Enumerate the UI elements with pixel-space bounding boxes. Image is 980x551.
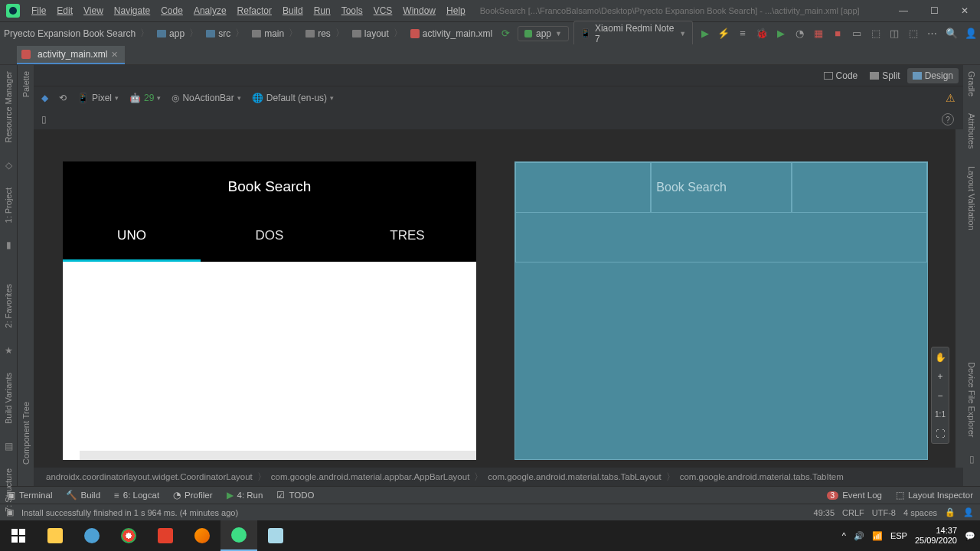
profiler-icon[interactable]: ◔ (792, 25, 808, 42)
menu-navigate[interactable]: Navigate (109, 5, 155, 16)
build-variants-icon[interactable]: ▤ (3, 441, 14, 452)
comp-seg-0[interactable]: androidx.coordinatorlayout.widget.Coordi… (41, 472, 257, 481)
menu-build[interactable]: Build (277, 5, 309, 16)
mode-design-button[interactable]: Design (907, 68, 959, 83)
design-canvas[interactable]: Book Search UNO DOS TRES Book Search (34, 129, 963, 468)
comp-seg-2[interactable]: com.google.android.material.tabs.TabLayo… (483, 472, 665, 481)
tool-event-log[interactable]: 3Event Log (820, 491, 889, 500)
menu-tools[interactable]: Tools (336, 5, 368, 16)
menu-vcs[interactable]: VCS (368, 5, 398, 16)
surface-select-icon[interactable]: ◆ (41, 93, 48, 103)
crumb-app[interactable]: app〉 (153, 27, 202, 40)
favorites-icon[interactable]: ★ (3, 345, 14, 356)
coverage-icon[interactable]: ▶ (773, 25, 789, 42)
menu-code[interactable]: Code (155, 5, 188, 16)
menu-file[interactable]: File (26, 5, 51, 16)
help-icon[interactable]: ? (942, 113, 954, 126)
taskbar-android-studio-icon[interactable] (220, 520, 257, 551)
api-level-dropdown[interactable]: 🤖 29 ▾ (129, 93, 161, 103)
tool-gradle[interactable]: Gradle (967, 71, 976, 96)
zoom-fit-icon[interactable]: ⛶ (931, 424, 949, 443)
orientation-icon[interactable]: ⟲ (59, 93, 67, 103)
status-inspection-icon[interactable]: 👤 (963, 507, 974, 517)
zoom-reset-button[interactable]: 1:1 (931, 405, 949, 424)
tool-build-variants[interactable]: Build Variants (4, 373, 13, 424)
stop-icon[interactable]: ■ (830, 25, 846, 42)
status-line-sep[interactable]: CRLF (842, 508, 864, 517)
attach-debugger-icon[interactable]: ▦ (811, 25, 827, 42)
layout-inspector-icon[interactable]: ⬚ (906, 25, 922, 42)
status-lock-icon[interactable]: 🔒 (945, 507, 956, 517)
tool-resource-manager[interactable]: Resource Manager (4, 71, 13, 143)
preview-tab-tres[interactable]: TRES (338, 212, 476, 259)
status-indent[interactable]: 4 spaces (903, 508, 937, 517)
tool-layout-inspector[interactable]: ⬚Layout Inspector (889, 490, 980, 500)
design-surface[interactable]: Book Search UNO DOS TRES (63, 161, 476, 460)
crumb-src[interactable]: src〉 (202, 27, 248, 40)
taskbar-file-explorer-icon[interactable] (37, 520, 74, 551)
device-pixel-dropdown[interactable]: 📱 Pixel ▾ (77, 93, 119, 103)
locale-dropdown[interactable]: 🌐 Default (en-us) ▾ (252, 93, 334, 103)
start-button[interactable] (0, 520, 37, 551)
window-maximize-icon[interactable]: ☐ (919, 0, 949, 21)
status-caret-pos[interactable]: 49:35 (814, 508, 835, 517)
project-icon[interactable]: ▮ (3, 240, 14, 250)
tab-activity-main[interactable]: activity_main.xml ✕ (17, 46, 125, 64)
comp-seg-1[interactable]: com.google.android.material.appbar.AppBa… (266, 472, 475, 481)
device-dropdown[interactable]: 📱Xiaomi Redmi Note 7▼ (573, 21, 693, 47)
comp-seg-3[interactable]: com.google.android.material.tabs.TabItem (675, 472, 848, 481)
tray-notifications-icon[interactable]: 💬 (965, 531, 975, 541)
warning-icon[interactable]: ⚠ (946, 92, 956, 104)
tray-wifi-icon[interactable]: 📶 (872, 531, 883, 541)
mode-split-button[interactable]: Split (864, 68, 905, 83)
theme-dropdown[interactable]: ◎ NoActionBar ▾ (172, 93, 240, 103)
tool-component-tree[interactable]: Component Tree (21, 402, 31, 465)
tool-favorites[interactable]: 2: Favorites (4, 284, 13, 328)
window-minimize-icon[interactable]: — (888, 0, 919, 21)
crumb-main[interactable]: main〉 (248, 27, 302, 40)
crumb-res[interactable]: res〉 (302, 27, 348, 40)
tool-logcat[interactable]: ≡6: Logcat (107, 491, 166, 500)
menu-run[interactable]: Run (309, 5, 336, 16)
resource-manager-icon[interactable]: ◫ (887, 25, 903, 42)
crumb-file[interactable]: activity_main.xml (407, 28, 496, 39)
taskbar-app-icon[interactable] (147, 520, 184, 551)
tool-run[interactable]: ▶4: Run (220, 490, 270, 500)
preview-tab-dos[interactable]: DOS (201, 212, 338, 259)
tool-build[interactable]: 🔨Build (59, 490, 107, 500)
apply-code-changes-icon[interactable]: ≡ (735, 25, 751, 42)
close-tab-icon[interactable]: ✕ (111, 50, 118, 60)
sdk-manager-icon[interactable]: ⬚ (867, 25, 884, 42)
zoom-in-button[interactable]: + (931, 367, 949, 386)
window-close-icon[interactable]: ✕ (949, 0, 980, 21)
tool-todo[interactable]: ☑TODO (270, 490, 321, 500)
tray-volume-icon[interactable]: 🔊 (854, 531, 864, 541)
menu-view[interactable]: View (78, 5, 109, 16)
debug-icon[interactable]: 🐞 (754, 25, 770, 42)
device-frame-icon[interactable]: ▯ (41, 114, 47, 125)
sync-gradle-icon[interactable]: ⟳ (498, 25, 514, 42)
tool-palette[interactable]: Palette (21, 71, 31, 97)
taskbar-firefox-icon[interactable] (184, 520, 220, 551)
tool-attributes[interactable]: Attributes (967, 113, 976, 148)
status-encoding[interactable]: UTF-8 (872, 508, 896, 517)
tool-project[interactable]: 1: Project (4, 187, 13, 223)
resource-manager-icon[interactable]: ◇ (3, 160, 14, 171)
run-icon[interactable]: ▶ (697, 25, 713, 42)
zoom-out-button[interactable]: − (931, 386, 949, 405)
menu-analyze[interactable]: Analyze (188, 5, 232, 16)
user-icon[interactable]: 👤 (962, 25, 978, 42)
canvas-vertical-scrollbar[interactable] (956, 129, 963, 468)
apply-changes-icon[interactable]: ⚡ (716, 25, 732, 42)
search-everywhere-icon[interactable]: 🔍 (943, 25, 959, 42)
pan-tool-icon[interactable]: ✋ (931, 347, 949, 367)
crumb-layout[interactable]: layout〉 (348, 27, 407, 40)
taskbar-edge-icon[interactable] (74, 520, 110, 551)
tool-layout-validation[interactable]: Layout Validation (967, 166, 976, 230)
taskbar-chrome-icon[interactable] (110, 520, 147, 551)
menu-window[interactable]: Window (397, 5, 441, 16)
menu-edit[interactable]: Edit (51, 5, 78, 16)
avd-manager-icon[interactable]: ▭ (848, 25, 864, 42)
device-file-explorer-icon[interactable]: ▯ (966, 454, 977, 465)
crumb-project[interactable]: Pryecto Expansion Book Search〉 (0, 27, 153, 40)
